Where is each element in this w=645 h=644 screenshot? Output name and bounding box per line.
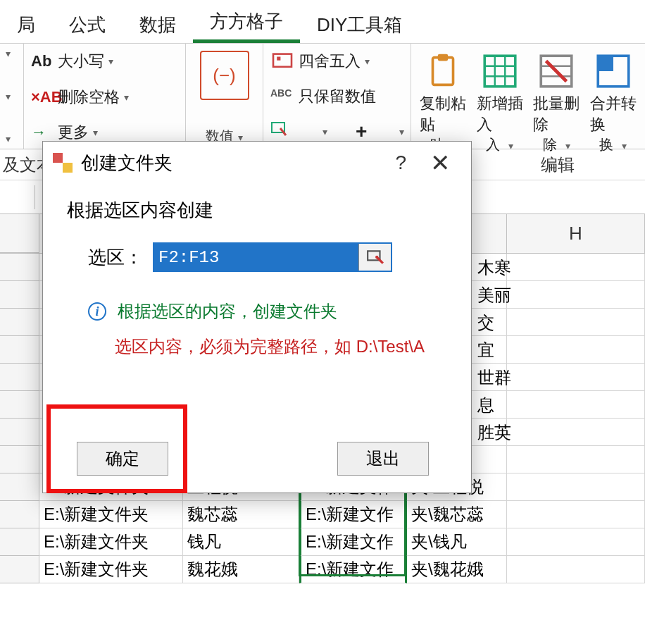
dialog-titlebar[interactable]: 创建文件夹 ? ✕ [43, 142, 471, 184]
cell[interactable]: E:\新建文件夹 [39, 556, 183, 583]
plus-icon[interactable]: + [356, 120, 367, 143]
row-header[interactable] [0, 391, 39, 419]
dialog-group-label: 根据选区内容创建 [67, 198, 447, 223]
cell[interactable] [507, 528, 645, 556]
cell[interactable]: E:\新建文作 [299, 528, 407, 556]
row-header[interactable] [0, 419, 39, 446]
insert-icon [480, 51, 520, 92]
row-header[interactable] [0, 446, 39, 473]
name-box[interactable] [4, 185, 35, 209]
cell[interactable] [507, 501, 645, 528]
svg-rect-3 [433, 58, 453, 85]
more-label: 更多 [58, 122, 89, 143]
keepnum-icon: ABC [270, 87, 294, 106]
small-tools-row: ▾ +▾ [270, 120, 403, 143]
row-header[interactable] [0, 281, 39, 309]
keepnum-label: 只保留数值 [299, 86, 376, 107]
cancel-button[interactable]: 退出 [337, 442, 429, 476]
cell[interactable] [507, 254, 645, 281]
row-header[interactable] [0, 473, 39, 501]
cell[interactable]: 夹\魏花娥 [407, 556, 507, 583]
batchdel-button[interactable]: 批量删除 除 ▾ [533, 51, 580, 154]
chevron-down-icon[interactable]: ▾ [6, 91, 22, 102]
svg-rect-1 [277, 57, 280, 61]
chevron-down-icon[interactable]: ▾ [6, 48, 22, 59]
merge-button[interactable]: 合并转换 换 ▾ [590, 51, 637, 154]
tab-data[interactable]: 数据 [123, 6, 193, 43]
cell-fragment: 息 [477, 391, 511, 419]
row-header[interactable] [0, 309, 39, 336]
case-icon: Ab [31, 52, 58, 70]
tab-layout[interactable]: 局 [0, 6, 52, 43]
chevron-down-icon[interactable]: ▾ [399, 126, 404, 137]
copypaste-button[interactable]: 复制粘贴 贴 ▾ [420, 51, 467, 154]
cell[interactable]: E:\新建文件夹 [39, 528, 183, 556]
number-format-button[interactable]: (−) [200, 51, 249, 100]
round-button[interactable]: 四舍五入 ▾ [270, 51, 403, 72]
info-icon: i [88, 302, 106, 321]
row-header[interactable] [0, 556, 39, 583]
cell[interactable]: 夹\魏芯蕊 [407, 501, 507, 528]
chevron-down-icon[interactable]: ▾ [6, 133, 22, 144]
cell[interactable] [507, 419, 645, 446]
dialog-title: 创建文件夹 [81, 151, 173, 175]
delete-space-button[interactable]: ×AB 删除空格 ▾ [31, 87, 178, 108]
col-header-H[interactable]: H [507, 214, 645, 253]
row-header[interactable] [0, 254, 39, 281]
cell[interactable] [507, 364, 645, 391]
row-header[interactable] [0, 336, 39, 364]
cell[interactable]: E:\新建文作 [299, 501, 407, 528]
case-label: 大小写 [58, 51, 104, 72]
delete-space-label: 删除空格 [58, 87, 120, 108]
tab-formula[interactable]: 公式 [52, 6, 123, 43]
delete-space-icon: ×AB [31, 88, 58, 106]
cell[interactable]: E:\新建文件夹 [39, 501, 183, 528]
chevron-down-icon: ▾ [508, 140, 513, 151]
cell-fragment: 胜英 [477, 419, 511, 446]
tab-diy[interactable]: DIY工具箱 [300, 6, 419, 43]
insert-label: 新增插入 [477, 93, 524, 135]
cell[interactable] [507, 309, 645, 336]
cell[interactable]: E:\新建文作 [299, 556, 407, 583]
cell[interactable]: 魏花娥 [183, 556, 299, 583]
svg-line-13 [546, 61, 567, 82]
batch-delete-icon [536, 51, 577, 92]
keepnum-button[interactable]: ABC 只保留数值 [270, 86, 403, 107]
insert-button[interactable]: 新增插入 入 ▾ [477, 51, 524, 154]
ribbon-group-tools: 四舍五入 ▾ ABC 只保留数值 ▾ +▾ [263, 44, 411, 149]
copypaste-label: 复制粘贴 [420, 93, 467, 135]
help-button[interactable]: ? [382, 149, 419, 177]
select-all-corner[interactable] [0, 214, 39, 253]
edit-group-label: 编辑 [541, 154, 575, 176]
svg-rect-5 [484, 56, 515, 87]
cell[interactable]: 夹\钱凡 [407, 528, 507, 556]
cell[interactable] [507, 446, 645, 473]
cell[interactable]: 魏芯蕊 [183, 501, 299, 528]
range-picker-button[interactable] [358, 244, 391, 271]
cell[interactable] [507, 336, 645, 364]
tab-ffgz[interactable]: 方方格子 [193, 2, 300, 43]
range-input[interactable] [154, 244, 358, 271]
cell[interactable] [507, 391, 645, 419]
more-button[interactable]: → 更多 ▾ [31, 122, 178, 143]
chevron-down-icon[interactable]: ▾ [322, 126, 327, 137]
case-button[interactable]: Ab 大小写 ▾ [31, 51, 178, 72]
merge-label: 合并转换 [590, 93, 637, 135]
svg-rect-4 [438, 54, 449, 61]
ribbon-group-number: (−) 数值▾ [186, 44, 263, 149]
row-header[interactable] [0, 528, 39, 556]
ribbon-tabs: 局 公式 数据 方方格子 DIY工具箱 [0, 0, 645, 44]
svg-rect-0 [273, 54, 292, 67]
ribbon-body: ▾ ▾ ▾ Ab 大小写 ▾ ×AB 删除空格 ▾ → 更多 ▾ (−) 数值▾ [0, 44, 645, 149]
cell[interactable] [507, 473, 645, 501]
row-header[interactable] [0, 364, 39, 391]
cell[interactable] [507, 556, 645, 583]
ok-button[interactable]: 确定 [77, 442, 168, 476]
cell-fragment: 宜 [477, 336, 511, 364]
row-header[interactable] [0, 501, 39, 528]
cell[interactable] [507, 281, 645, 309]
close-icon[interactable]: ✕ [419, 149, 461, 176]
edit-cell-icon[interactable] [270, 121, 290, 142]
cell[interactable]: 钱凡 [183, 528, 299, 556]
chevron-down-icon: ▾ [93, 127, 98, 138]
